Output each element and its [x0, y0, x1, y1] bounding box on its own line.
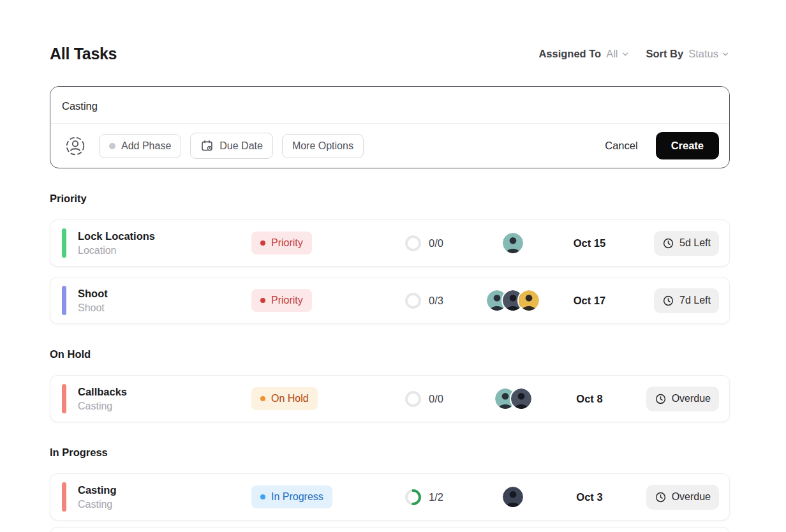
- progress-count: 0/0: [429, 393, 443, 405]
- due-status-badge: Overdue: [646, 485, 719, 510]
- section-header: Priority: [50, 193, 730, 205]
- status-label: On Hold: [271, 393, 309, 404]
- task-sections: Priority Lock Locations Location Priorit…: [50, 193, 730, 532]
- avatar: [510, 387, 533, 410]
- task-name-input[interactable]: [50, 87, 729, 123]
- sort-by-label: Sort By: [646, 48, 684, 60]
- status-dot-icon: [260, 240, 265, 246]
- avatar: [501, 485, 524, 508]
- task-color-bar: [62, 482, 66, 512]
- page-title: All Tasks: [50, 45, 117, 63]
- due-status-badge: 5d Left: [654, 231, 719, 256]
- progress-ring-icon: [404, 235, 422, 252]
- due-status-badge: Overdue: [646, 387, 719, 411]
- clock-icon: [655, 491, 667, 503]
- progress-ring-icon: [404, 390, 422, 408]
- new-task-composer: Add Phase Due Date More Options Cancel C…: [50, 86, 730, 168]
- filters: Assigned To All Sort By Status: [538, 48, 730, 60]
- assigned-to-label: Assigned To: [538, 48, 601, 60]
- cancel-button[interactable]: Cancel: [605, 140, 637, 152]
- create-button[interactable]: Create: [656, 132, 719, 159]
- add-phase-label: Add Phase: [121, 140, 171, 152]
- task-name: Callbacks: [78, 386, 251, 398]
- section-header: On Hold: [50, 348, 730, 360]
- status-badge: In Progress: [251, 485, 332, 508]
- task-phase: Casting: [78, 499, 251, 510]
- progress-column: 1/2: [404, 489, 475, 506]
- assigned-to-value: All: [606, 48, 618, 60]
- due-date-button[interactable]: Due Date: [190, 133, 273, 159]
- task-section: In Progress Casting Casting In Progress …: [50, 447, 730, 532]
- status-dot-icon: [260, 396, 265, 401]
- chevron-down-icon: [621, 50, 630, 59]
- phase-dot-icon: [109, 143, 115, 149]
- task-names: Casting Casting: [78, 484, 251, 510]
- chevron-down-icon: [721, 50, 730, 59]
- task-names: Shoot Shoot: [78, 288, 251, 314]
- progress-ring-icon: [404, 292, 422, 309]
- calendar-clock-icon: [200, 139, 214, 152]
- task-names: Lock Locations Location: [78, 230, 251, 256]
- more-options-label: More Options: [292, 140, 353, 152]
- clock-icon: [662, 295, 674, 307]
- task-color-bar: [62, 384, 66, 413]
- assign-user-button[interactable]: [61, 134, 90, 158]
- assignee-avatars: [475, 485, 551, 508]
- task-row[interactable]: Callbacks Casting On Hold 0/0: [50, 375, 730, 422]
- progress-column: 0/0: [404, 235, 475, 252]
- clock-icon: [662, 237, 674, 249]
- task-name: Shoot: [78, 288, 251, 300]
- due-status-column: 5d Left: [628, 231, 719, 256]
- section-rows: Casting Casting In Progress 1/2 Oct 3: [50, 473, 730, 532]
- task-phase: Casting: [78, 401, 251, 412]
- due-date: Oct 8: [551, 393, 628, 405]
- task-row[interactable]: Shoot Shoot Priority 0/3: [50, 277, 730, 324]
- assignee-avatars: [475, 289, 551, 312]
- sort-by-filter[interactable]: Sort By Status: [646, 48, 730, 60]
- progress-count: 1/2: [429, 491, 443, 503]
- status-badge: On Hold: [251, 387, 318, 410]
- composer-actions: Cancel Create: [605, 132, 719, 159]
- progress-column: 0/3: [404, 292, 475, 309]
- task-row[interactable]: Casting Casting In Progress 1/2 Oct 3: [50, 473, 730, 521]
- main-content: All Tasks Assigned To All Sort By Status: [50, 45, 730, 532]
- task-name: Casting: [78, 484, 251, 496]
- status-badge: Priority: [251, 289, 312, 312]
- status-column: On Hold: [251, 387, 404, 410]
- due-status-column: 7d Left: [628, 288, 719, 313]
- task-row[interactable]: Lock Locations Location Priority 0/0 Oct…: [50, 219, 730, 267]
- more-options-button[interactable]: More Options: [282, 134, 364, 158]
- task-phase: Location: [78, 245, 251, 256]
- progress-column: 0/0: [404, 390, 475, 408]
- composer-toolbar: Add Phase Due Date More Options Cancel C…: [50, 124, 729, 168]
- task-phase: Shoot: [78, 302, 251, 314]
- task-section: On Hold Callbacks Casting On Hold 0/0: [50, 348, 730, 422]
- status-column: In Progress: [251, 485, 404, 508]
- due-status-label: Overdue: [672, 393, 711, 404]
- due-date: Oct 15: [551, 237, 628, 249]
- status-badge: Priority: [251, 232, 312, 255]
- due-status-column: Overdue: [628, 485, 719, 510]
- status-label: Priority: [271, 237, 303, 249]
- add-phase-button[interactable]: Add Phase: [99, 134, 181, 158]
- task-color-bar: [62, 228, 66, 258]
- due-date: Oct 17: [551, 295, 628, 307]
- section-rows: Callbacks Casting On Hold 0/0: [50, 375, 730, 422]
- sort-by-value: Status: [688, 48, 718, 60]
- task-section: Priority Lock Locations Location Priorit…: [50, 193, 730, 324]
- progress-count: 0/0: [429, 237, 443, 249]
- assignee-avatars: [475, 232, 551, 255]
- task-row[interactable]: [50, 527, 730, 532]
- page-header: All Tasks Assigned To All Sort By Status: [50, 45, 730, 63]
- avatar: [501, 232, 524, 255]
- due-status-label: Overdue: [672, 491, 711, 503]
- due-status-badge: 7d Left: [654, 288, 719, 313]
- section-rows: Lock Locations Location Priority 0/0 Oct…: [50, 219, 730, 324]
- assignee-avatars: [475, 387, 551, 410]
- status-label: Priority: [271, 295, 303, 306]
- status-column: Priority: [251, 232, 404, 255]
- status-dot-icon: [260, 298, 265, 303]
- due-status-column: Overdue: [628, 387, 719, 411]
- due-date-label: Due Date: [219, 140, 263, 152]
- assigned-to-filter[interactable]: Assigned To All: [538, 48, 629, 60]
